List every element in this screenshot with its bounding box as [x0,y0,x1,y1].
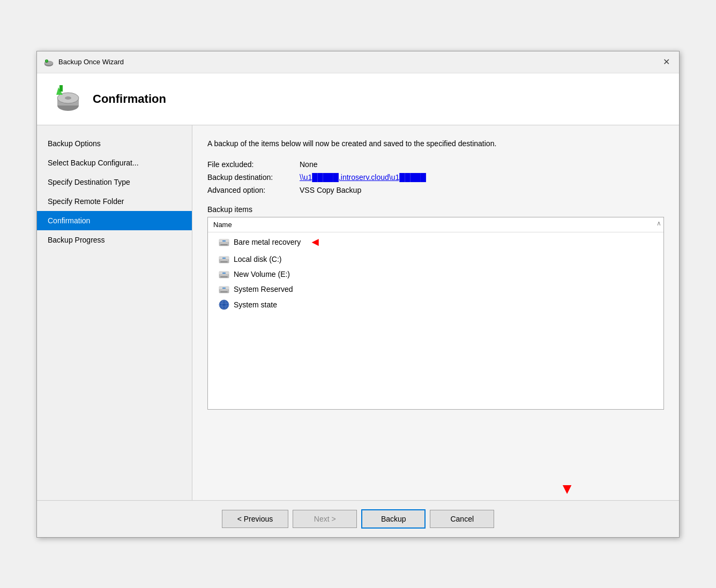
sidebar-item-confirmation[interactable]: Confirmation [37,211,192,230]
local-disk-label: Local disk (C:) [234,255,281,263]
close-button[interactable]: ✕ [660,56,673,69]
title-bar-left: Backup Once Wizard [43,57,124,67]
bare-metal-label: Bare metal recovery [234,238,301,246]
wizard-window: Backup Once Wizard ✕ Confirmation Backup… [36,51,680,538]
svg-rect-18 [220,276,228,277]
svg-point-6 [65,96,71,100]
list-item: Bare metal recovery ◄ [208,232,663,252]
backup-destination-label: Backup destination: [207,173,293,182]
backup-items-header: Name ∧ [208,217,663,232]
content-area: Backup Options Select Backup Configurat.… [37,125,679,500]
advanced-option-label: Advanced option: [207,186,293,194]
title-bar: Backup Once Wizard ✕ [37,51,679,73]
list-item: System Reserved [208,282,663,297]
sidebar-item-select-backup-config[interactable]: Select Backup Configurat... [37,153,192,172]
svg-rect-22 [220,291,228,292]
main-content: A backup of the items below will now be … [192,125,679,500]
disk-icon [219,254,229,264]
backup-button[interactable]: Backup [361,509,426,529]
disk-icon [219,237,229,247]
items-column-header: Name [213,221,232,229]
sidebar-item-specify-remote-folder[interactable]: Specify Remote Folder [37,192,192,211]
globe-icon [219,299,229,310]
svg-rect-7 [59,85,63,92]
header-area: Confirmation [37,73,679,125]
footer-arrow-indicator: ▼ [560,481,575,496]
file-excluded-value: None [300,160,664,169]
svg-rect-10 [220,244,228,245]
system-state-label: System state [234,300,277,309]
previous-button[interactable]: < Previous [222,510,289,528]
footer-area: ▼ < Previous Next > Backup Cancel [37,500,679,537]
new-volume-label: New Volume (E:) [234,270,290,278]
wizard-title-icon [43,57,54,67]
disk-icon [219,284,229,294]
scroll-indicator: ∧ [657,220,661,227]
list-item: Local disk (C:) [208,252,663,267]
sidebar-item-backup-options[interactable]: Backup Options [37,134,192,153]
svg-rect-11 [222,240,226,242]
svg-rect-15 [222,258,226,259]
advanced-option-value: VSS Copy Backup [300,186,664,194]
list-item: System state [208,297,663,313]
backup-items-label: Backup items [207,205,664,214]
next-button[interactable]: Next > [293,510,357,528]
list-item: New Volume (E:) [208,267,663,282]
sidebar-item-backup-progress[interactable]: Backup Progress [37,230,192,250]
header-title: Confirmation [93,92,166,106]
backup-destination-value: \\u1█████.introserv.cloud\u1█████ [300,173,664,182]
description-text: A backup of the items below will now be … [207,138,664,149]
svg-point-24 [219,300,229,310]
svg-rect-23 [222,288,226,289]
svg-rect-19 [222,273,226,274]
system-reserved-label: System Reserved [234,285,293,293]
svg-rect-14 [220,261,228,262]
disk-icon [219,269,229,279]
info-grid: File excluded: None Backup destination: … [207,160,664,194]
window-title: Backup Once Wizard [58,58,124,66]
sidebar-item-specify-destination-type[interactable]: Specify Destination Type [37,172,192,192]
header-wizard-icon [48,82,82,116]
arrow-icon: ◄ [309,235,321,249]
cancel-button[interactable]: Cancel [430,510,494,528]
file-excluded-label: File excluded: [207,160,293,169]
backup-items-box: Name ∧ Bare metal recovery ◄ [207,217,664,410]
sidebar: Backup Options Select Backup Configurat.… [37,125,192,500]
